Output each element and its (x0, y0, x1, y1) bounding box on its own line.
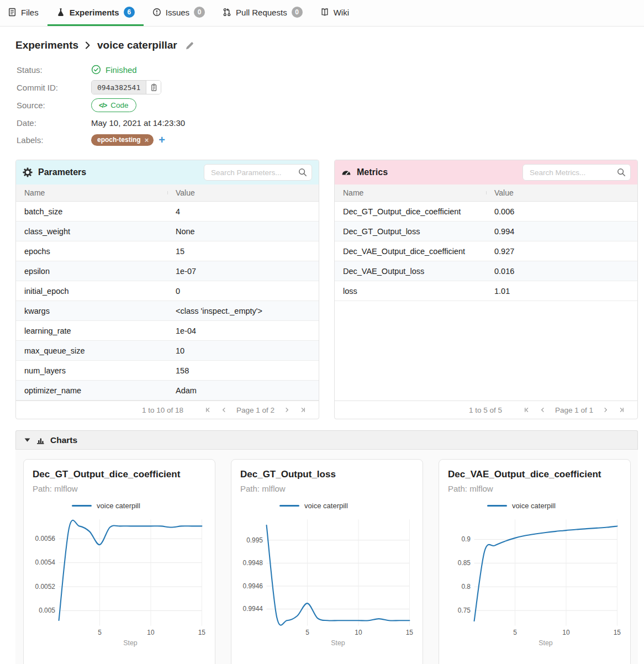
parameter-value-cell: 1e-07 (167, 267, 319, 276)
page-indicator: Page 1 of 1 (555, 406, 593, 414)
tab-experiments[interactable]: Experiments 6 (47, 0, 144, 26)
parameter-row: initial_epoch0 (16, 281, 319, 301)
chart-subtitle: Path: mlflow (240, 484, 414, 493)
parameter-row: class_weightNone (16, 222, 319, 241)
tab-label: Files (21, 8, 39, 17)
next-page-button[interactable] (282, 405, 292, 414)
tab-files[interactable]: Files (7, 0, 47, 26)
code-icon: </> (99, 102, 107, 109)
prev-page-button[interactable] (219, 405, 229, 414)
date-label: Date: (17, 118, 91, 128)
experiment-details: Status: Finished Commit ID: 094a382541 S… (17, 63, 644, 146)
parameters-table-header: Name Value (16, 185, 319, 202)
count-badge: 0 (194, 7, 205, 18)
svg-text:0.9: 0.9 (461, 535, 471, 543)
svg-text:0.0052: 0.0052 (35, 583, 55, 591)
parameter-name-cell: max_queue_size (16, 346, 167, 355)
breadcrumb-experiments-link[interactable]: Experiments (15, 39, 78, 51)
chart-legend[interactable]: voice caterpill (19, 502, 193, 510)
parameter-value-cell: <class 'inspect._empty'> (167, 307, 319, 315)
search-metrics-input[interactable] (522, 164, 631, 181)
chart-legend[interactable]: voice caterpill (435, 502, 608, 510)
metrics-title: Metrics (357, 167, 388, 177)
svg-text:5: 5 (98, 629, 102, 636)
svg-text:0.9946: 0.9946 (243, 582, 263, 590)
parameter-name-cell: learning_rate (16, 326, 167, 335)
close-icon[interactable]: × (145, 136, 149, 144)
commit-row: Commit ID: 094a382541 (17, 80, 644, 94)
parameter-row: num_layers158 (16, 361, 319, 381)
metrics-table-body: Dec_GT_Output_dice_coefficient0.006Dec_G… (335, 202, 637, 301)
date-row: Date: May 10, 2021 at 14:23:30 (17, 116, 644, 129)
parameter-row: epochs15 (16, 241, 319, 261)
parameter-value-cell: None (167, 227, 319, 236)
metric-row: Dec_GT_Output_dice_coefficient0.006 (335, 202, 637, 222)
search-parameters-input[interactable] (204, 164, 312, 181)
parameter-value-cell: Adam (167, 386, 319, 395)
first-page-button[interactable] (521, 405, 532, 414)
code-button[interactable]: </> Code (91, 98, 136, 112)
parameter-value-cell: 0 (167, 287, 319, 296)
svg-text:Step: Step (123, 639, 138, 647)
parameter-value-cell: 1e-04 (167, 326, 319, 335)
chart-title: Dec_GT_Output_loss (240, 469, 414, 480)
charts-title: Charts (50, 435, 77, 445)
metric-row: loss1.01 (335, 281, 637, 301)
svg-text:15: 15 (614, 629, 621, 636)
code-button-label: Code (110, 101, 128, 109)
wiki-book-icon (320, 8, 329, 17)
last-page-button[interactable] (298, 405, 308, 414)
tab-label: Experiments (70, 8, 119, 17)
parameter-row: epsilon1e-07 (16, 261, 319, 281)
svg-text:0.75: 0.75 (458, 607, 471, 614)
next-page-button[interactable] (600, 405, 611, 414)
pagination-range: 1 to 10 of 18 (142, 406, 183, 414)
legend-line-icon (72, 505, 92, 507)
parameter-row: learning_rate1e-04 (16, 321, 319, 341)
tab-pull-requests[interactable]: Pull Requests 0 (214, 0, 312, 26)
prev-page-button[interactable] (537, 405, 548, 414)
first-page-button[interactable] (203, 405, 213, 414)
chart-legend[interactable]: voice caterpill (227, 502, 400, 510)
breadcrumb: Experiments voice caterpillar (15, 39, 644, 51)
line-chart: 0.750.80.850.951015Step (448, 513, 621, 649)
tab-issues[interactable]: Issues 0 (144, 0, 214, 26)
source-label: Source: (17, 101, 91, 110)
chart-subtitle: Path: mlflow (448, 484, 621, 493)
metric-value-cell: 1.01 (486, 287, 637, 296)
parameter-name-cell: initial_epoch (16, 287, 167, 296)
legend-line-icon (279, 505, 299, 507)
label-epoch-testing[interactable]: epoch-testing × (91, 134, 154, 146)
chart-card: Dec_GT_Output_dice_coefficientPath: mlfl… (23, 459, 215, 664)
last-page-button[interactable] (616, 405, 627, 414)
tab-label: Pull Requests (236, 8, 287, 17)
parameter-value-cell: 15 (167, 247, 319, 256)
svg-text:10: 10 (562, 629, 570, 636)
parameters-header: Parameters (16, 160, 319, 185)
count-badge: 6 (124, 7, 135, 18)
legend-label: voice caterpill (512, 502, 556, 510)
charts-section-header[interactable]: Charts (15, 430, 638, 450)
status-text: Finished (105, 65, 137, 75)
metric-name-cell: loss (335, 287, 486, 296)
issues-icon (152, 8, 161, 17)
parameter-value-cell: 10 (167, 346, 319, 355)
add-label-button[interactable]: + (159, 134, 165, 145)
tab-label: Issues (166, 8, 189, 17)
parameter-name-cell: epsilon (16, 267, 167, 276)
edit-pencil-icon[interactable] (185, 41, 194, 50)
svg-text:Step: Step (539, 639, 553, 647)
panels-row: Parameters Name Value batch_size4class_w… (15, 160, 638, 419)
bar-chart-icon (36, 436, 45, 445)
parameter-row: batch_size4 (16, 202, 319, 222)
pagination-range: 1 to 5 of 5 (469, 406, 502, 414)
tab-wiki[interactable]: Wiki (312, 0, 358, 26)
chart-title: Dec_GT_Output_dice_coefficient (33, 469, 206, 480)
line-chart: 0.99440.99460.99480.99551015Step (240, 513, 414, 649)
svg-text:15: 15 (198, 629, 206, 636)
parameters-table-body: batch_size4class_weightNoneepochs15epsil… (16, 202, 319, 400)
tab-label: Wiki (334, 8, 349, 17)
copy-icon[interactable] (146, 81, 161, 94)
caret-down-icon[interactable] (24, 438, 30, 442)
commit-id: 094a382541 (92, 81, 146, 94)
